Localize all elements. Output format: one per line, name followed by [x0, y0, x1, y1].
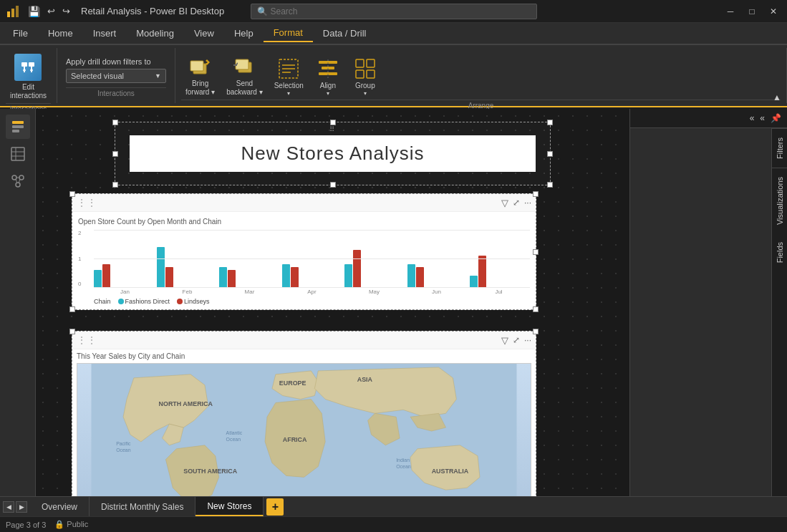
undo-button[interactable]: ↩: [45, 4, 57, 19]
expand-icon[interactable]: ⤢: [513, 198, 520, 208]
menu-tab-help[interactable]: Help: [224, 25, 264, 42]
resize-handle-rc[interactable]: [547, 151, 553, 157]
table-icon: [11, 147, 25, 161]
collapse-filters-button[interactable]: «: [747, 112, 758, 125]
fields-tab[interactable]: Fields: [772, 233, 787, 271]
page-tab-new-stores[interactable]: New Stores: [195, 497, 264, 516]
legend-fashions-direct: Fashions Direct: [118, 298, 170, 305]
drag-handle-map[interactable]: ⋮⋮: [77, 334, 97, 346]
bar-group-jul: [470, 256, 530, 287]
selected-visual-dropdown[interactable]: Selected visual ▼: [66, 69, 166, 83]
svg-rect-1: [11, 9, 14, 17]
filter-icon[interactable]: ▽: [501, 198, 508, 208]
edit-interactions-button[interactable]: Edit interactions: [7, 51, 49, 103]
menu-tab-insert[interactable]: Insert: [83, 25, 127, 42]
resize-handle-rc2[interactable]: [533, 249, 539, 255]
canvas: ⠿ New Stores Analysis ⋮⋮ ▽ ⤢ ··· Open St…: [36, 109, 629, 496]
resize-handle-bl2[interactable]: [69, 306, 75, 312]
menu-tab-view[interactable]: View: [184, 25, 224, 42]
panel-top-controls: « « 📌: [630, 109, 787, 128]
svg-text:AUSTRALIA: AUSTRALIA: [432, 468, 469, 475]
title-textbox[interactable]: ⠿ New Stores Analysis: [115, 122, 551, 185]
resize-handle-bl[interactable]: [112, 182, 118, 188]
app-icon: [6, 4, 20, 19]
bar-may-li: [353, 250, 361, 287]
sidebar-item-table[interactable]: [6, 142, 30, 166]
menu-tab-data-drill[interactable]: Data / Drill: [313, 25, 377, 42]
map-filter-icon[interactable]: ▽: [501, 335, 508, 346]
resize-handle-lc[interactable]: [112, 151, 118, 157]
sidebar-item-report[interactable]: [6, 115, 30, 139]
selection-button[interactable]: Selection ▾: [270, 53, 308, 100]
bar-group-jun: [407, 264, 468, 287]
maximize-button[interactable]: □: [744, 4, 760, 19]
svg-rect-27: [367, 70, 375, 78]
more-options-icon[interactable]: ···: [524, 198, 531, 208]
resize-handle-tc[interactable]: [330, 120, 336, 125]
ribbon-collapse-button[interactable]: ▲: [770, 91, 784, 104]
svg-rect-15: [233, 64, 237, 66]
map-visual[interactable]: ⋮⋮ ▽ ⤢ ··· This Year Sales by City and C…: [72, 331, 536, 496]
minimize-button[interactable]: ─: [723, 4, 738, 19]
bar-jul-fd: [470, 276, 478, 287]
resize-handle-tl2[interactable]: [69, 191, 75, 197]
send-backward-button[interactable]: Sendbackward ▾: [222, 51, 267, 100]
map-expand-icon[interactable]: ⤢: [513, 335, 520, 346]
bar-group-feb: [157, 247, 217, 287]
menu-tab-modeling[interactable]: Modeling: [126, 25, 184, 42]
edit-interactions-label: Edit interactions: [10, 83, 47, 100]
filters-tab[interactable]: Filters: [772, 128, 787, 168]
bring-forward-button[interactable]: Bringforward ▾: [181, 51, 219, 100]
svg-marker-11: [206, 59, 210, 65]
bar-group-mar: [219, 267, 279, 287]
status-bar: Page 3 of 3 🔒 Public: [0, 516, 787, 532]
page-tab-overview[interactable]: Overview: [30, 497, 90, 516]
svg-rect-30: [12, 130, 19, 132]
save-button[interactable]: 💾: [26, 4, 42, 19]
resize-handle-bc[interactable]: [330, 182, 336, 188]
align-label: Align: [320, 82, 336, 90]
bar-jan-fd: [94, 270, 102, 287]
collapse-pin-button[interactable]: 📌: [768, 112, 784, 125]
bar-chart-visual[interactable]: ⋮⋮ ▽ ⤢ ··· Open Store Count by Open Mont…: [72, 193, 536, 310]
map-container: NORTH AMERICA Pacific Ocean Atlantic Oce…: [77, 363, 531, 496]
redo-button[interactable]: ↪: [60, 4, 72, 19]
resize-handle-tr[interactable]: [547, 120, 553, 125]
resize-handle-map-tl[interactable]: [69, 329, 75, 334]
resize-handle-tl[interactable]: [112, 120, 118, 125]
menu-tab-file[interactable]: File: [3, 25, 38, 42]
close-button[interactable]: ✕: [766, 4, 781, 19]
tab-prev-button[interactable]: ◀: [3, 501, 14, 513]
search-icon: 🔍: [257, 6, 268, 16]
svg-text:Ocean: Ocean: [116, 448, 131, 453]
interactions-group: Edit interactions Interactions: [0, 48, 57, 103]
resize-handle-map-tr[interactable]: [533, 329, 539, 334]
page-tab-district[interactable]: District Monthly Sales: [90, 497, 195, 516]
svg-rect-24: [356, 59, 364, 67]
svg-text:ASIA: ASIA: [357, 376, 373, 383]
map-more-options-icon[interactable]: ···: [524, 335, 531, 346]
align-button[interactable]: Align ▾: [311, 53, 345, 100]
svg-text:Ocean: Ocean: [226, 437, 241, 442]
bar-feb-li: [165, 267, 173, 287]
bar-apr-li: [291, 267, 299, 287]
visualizations-tab[interactable]: Visualizations: [772, 168, 787, 233]
selected-visual-value: Selected visual: [71, 72, 124, 80]
sidebar-item-model[interactable]: [6, 169, 30, 193]
svg-rect-4: [29, 62, 34, 67]
add-page-button[interactable]: +: [266, 498, 284, 516]
drag-handle-bar[interactable]: ⋮⋮: [77, 197, 97, 208]
collapse-vis-button[interactable]: «: [757, 112, 768, 125]
tab-next-button[interactable]: ▶: [16, 501, 27, 513]
legend-chain-label: Chain: [94, 298, 111, 305]
right-panel: « « 📌 Filters Visualizations Fields: [629, 109, 787, 496]
menu-tab-format[interactable]: Format: [264, 24, 313, 42]
resize-handle-br2[interactable]: [533, 306, 539, 312]
resize-handle-tr2[interactable]: [533, 191, 539, 197]
menu-tab-home[interactable]: Home: [38, 25, 83, 42]
search-input[interactable]: [271, 6, 531, 16]
resize-handle-br[interactable]: [547, 182, 553, 188]
bar-feb-fd: [157, 247, 165, 287]
svg-rect-31: [11, 147, 24, 160]
group-button[interactable]: Group ▾: [348, 53, 382, 100]
